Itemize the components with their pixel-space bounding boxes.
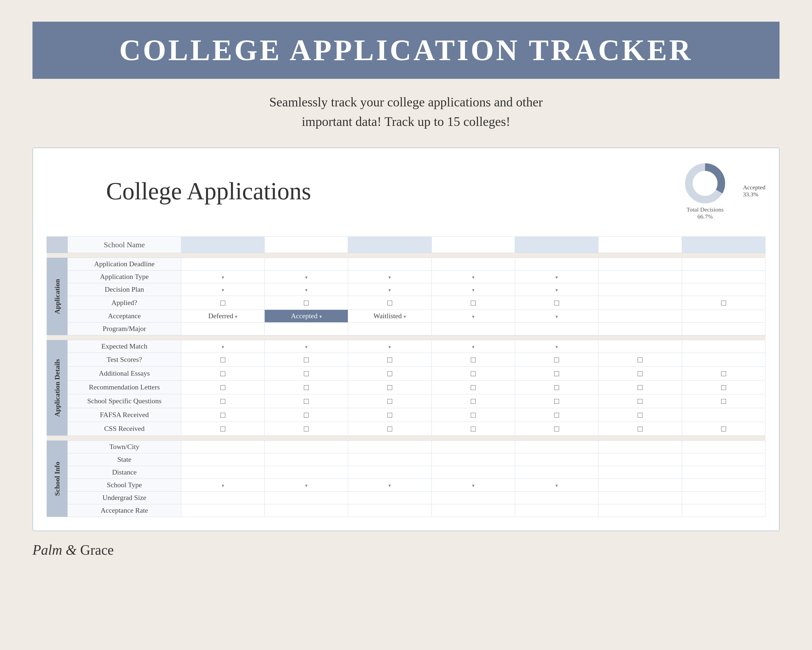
acceptance-rate-col2[interactable] [265, 504, 348, 517]
school-type-col4[interactable]: ▾ [432, 479, 515, 492]
school-name-col5[interactable] [515, 237, 598, 253]
applied-col3[interactable]: □ [348, 296, 432, 310]
test-scores-col5[interactable]: □ [515, 353, 598, 367]
school-name-col6[interactable] [598, 237, 682, 253]
applied-col1[interactable]: □ [181, 296, 264, 310]
school-name-col1[interactable] [181, 237, 264, 253]
rec-letters-col2[interactable]: □ [265, 381, 348, 394]
expected-match-col4[interactable]: ▾ [432, 340, 515, 353]
acceptance-col7[interactable] [682, 310, 765, 323]
fafsa-col3[interactable]: □ [348, 408, 432, 422]
school-name-col3[interactable] [348, 237, 432, 253]
fafsa-col6[interactable]: □ [598, 408, 682, 422]
css-col2[interactable]: □ [265, 422, 348, 436]
distance-col5[interactable] [515, 466, 598, 479]
test-scores-col6[interactable]: □ [598, 353, 682, 367]
css-col5[interactable]: □ [515, 422, 598, 436]
applied-col6[interactable] [598, 296, 682, 310]
decision-plan-col6[interactable] [598, 283, 682, 296]
program-major-col1[interactable] [181, 323, 264, 335]
css-col4[interactable]: □ [432, 422, 515, 436]
school-type-col5[interactable]: ▾ [515, 479, 598, 492]
school-name-col4[interactable] [432, 237, 515, 253]
school-type-col6[interactable] [598, 479, 682, 492]
program-major-col7[interactable] [682, 323, 765, 335]
distance-col1[interactable] [181, 466, 264, 479]
acceptance-col6[interactable] [598, 310, 682, 323]
additional-essays-col6[interactable]: □ [598, 367, 682, 381]
school-specific-col5[interactable]: □ [515, 394, 598, 408]
town-city-col1[interactable] [181, 440, 264, 453]
app-type-col7[interactable] [682, 271, 765, 283]
app-deadline-col3[interactable] [348, 258, 432, 271]
school-specific-col4[interactable]: □ [432, 394, 515, 408]
school-specific-col7[interactable]: □ [682, 394, 765, 408]
rec-letters-col4[interactable]: □ [432, 381, 515, 394]
fafsa-col2[interactable]: □ [265, 408, 348, 422]
undergrad-size-col2[interactable] [265, 492, 348, 504]
acceptance-rate-col6[interactable] [598, 504, 682, 517]
app-deadline-col6[interactable] [598, 258, 682, 271]
distance-col4[interactable] [432, 466, 515, 479]
decision-plan-col1[interactable]: ▾ [181, 283, 264, 296]
fafsa-col1[interactable]: □ [181, 408, 264, 422]
app-type-col3[interactable]: ▾ [348, 271, 432, 283]
test-scores-col2[interactable]: □ [265, 353, 348, 367]
school-name-col7[interactable] [682, 237, 765, 253]
school-type-col7[interactable] [682, 479, 765, 492]
undergrad-size-col3[interactable] [348, 492, 432, 504]
app-type-col6[interactable] [598, 271, 682, 283]
state-col6[interactable] [598, 453, 682, 466]
app-type-col1[interactable]: ▾ [181, 271, 264, 283]
expected-match-col7[interactable] [682, 340, 765, 353]
app-deadline-col4[interactable] [432, 258, 515, 271]
additional-essays-col2[interactable]: □ [265, 367, 348, 381]
acceptance-rate-col4[interactable] [432, 504, 515, 517]
app-type-col4[interactable]: ▾ [432, 271, 515, 283]
rec-letters-col1[interactable]: □ [181, 381, 264, 394]
test-scores-col3[interactable]: □ [348, 353, 432, 367]
rec-letters-col6[interactable]: □ [598, 381, 682, 394]
rec-letters-col5[interactable]: □ [515, 381, 598, 394]
program-major-col4[interactable] [432, 323, 515, 335]
town-city-col3[interactable] [348, 440, 432, 453]
additional-essays-col7[interactable]: □ [682, 367, 765, 381]
state-col1[interactable] [181, 453, 264, 466]
acceptance-rate-col1[interactable] [181, 504, 264, 517]
town-city-col6[interactable] [598, 440, 682, 453]
expected-match-col5[interactable]: ▾ [515, 340, 598, 353]
school-type-col2[interactable]: ▾ [265, 479, 348, 492]
test-scores-col7[interactable] [682, 353, 765, 367]
state-col2[interactable] [265, 453, 348, 466]
app-deadline-col1[interactable] [181, 258, 264, 271]
acceptance-col4[interactable]: ▾ [432, 310, 515, 323]
undergrad-size-col6[interactable] [598, 492, 682, 504]
distance-col6[interactable] [598, 466, 682, 479]
applied-col4[interactable]: □ [432, 296, 515, 310]
fafsa-col5[interactable]: □ [515, 408, 598, 422]
css-col7[interactable]: □ [682, 422, 765, 436]
test-scores-col4[interactable]: □ [432, 353, 515, 367]
town-city-col4[interactable] [432, 440, 515, 453]
decision-plan-col3[interactable]: ▾ [348, 283, 432, 296]
town-city-col5[interactable] [515, 440, 598, 453]
rec-letters-col3[interactable]: □ [348, 381, 432, 394]
program-major-col6[interactable] [598, 323, 682, 335]
distance-col7[interactable] [682, 466, 765, 479]
state-col5[interactable] [515, 453, 598, 466]
school-specific-col1[interactable]: □ [181, 394, 264, 408]
fafsa-col7[interactable] [682, 408, 765, 422]
acceptance-col3[interactable]: Waitlisted ▾ [348, 310, 432, 323]
app-type-col5[interactable]: ▾ [515, 271, 598, 283]
decision-plan-col2[interactable]: ▾ [265, 283, 348, 296]
expected-match-col1[interactable]: ▾ [181, 340, 264, 353]
undergrad-size-col1[interactable] [181, 492, 264, 504]
decision-plan-col7[interactable] [682, 283, 765, 296]
applied-col7[interactable]: □ [682, 296, 765, 310]
school-specific-col3[interactable]: □ [348, 394, 432, 408]
undergrad-size-col4[interactable] [432, 492, 515, 504]
additional-essays-col4[interactable]: □ [432, 367, 515, 381]
program-major-col5[interactable] [515, 323, 598, 335]
app-deadline-col2[interactable] [265, 258, 348, 271]
css-col1[interactable]: □ [181, 422, 264, 436]
